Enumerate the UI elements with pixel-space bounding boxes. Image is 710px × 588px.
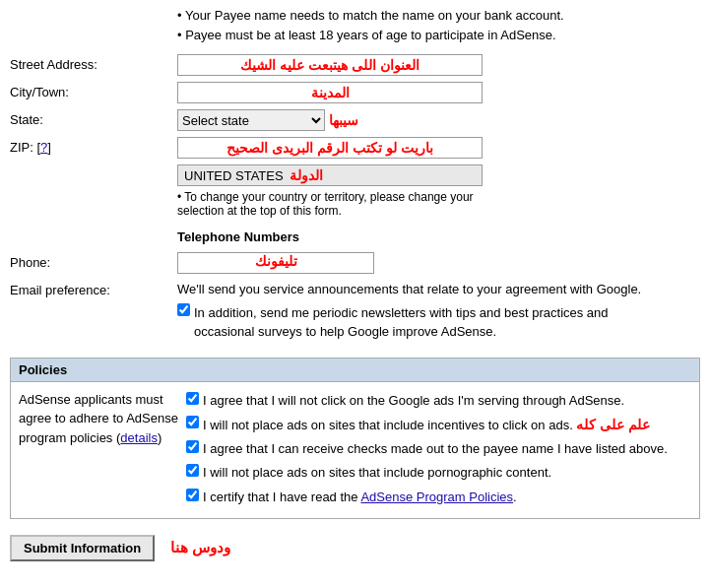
- country-row: UNITED STATES الدولة • To change your co…: [0, 164, 710, 218]
- policy-text-1: I will not place ads on sites that inclu…: [203, 414, 650, 437]
- country-note: • To change your country or territory, p…: [177, 190, 483, 218]
- submit-row: Submit Information ودوس هنا: [0, 525, 710, 571]
- street-address-input[interactable]: [177, 54, 483, 76]
- phone-control: تليفونك: [177, 252, 700, 274]
- policy-arabic-1: علم على كله: [576, 417, 650, 432]
- policy-checkbox-1[interactable]: [186, 416, 199, 428]
- phone-input[interactable]: [177, 252, 374, 274]
- phone-label: Phone:: [10, 252, 177, 270]
- policy-checkbox-4[interactable]: [186, 489, 199, 501]
- policy-checkbox-0[interactable]: [186, 392, 199, 405]
- policies-header: Policies: [11, 359, 699, 382]
- country-control: UNITED STATES الدولة • To change your co…: [177, 164, 700, 218]
- city-wrapper: المدينة: [177, 82, 700, 103]
- policy-text-0: I agree that I will not click on the Goo…: [203, 390, 624, 412]
- phone-wrapper: تليفونك: [177, 252, 700, 274]
- adsense-policies-link[interactable]: AdSense Program Policies: [360, 490, 513, 504]
- submit-arabic: ودوس هنا: [170, 539, 230, 556]
- zip-label: ZIP: [?]: [10, 137, 177, 155]
- email-pref-checkbox-label: In addition, send me periodic newsletter…: [194, 303, 660, 342]
- top-note-line2: • Payee must be at least 18 years of age…: [177, 28, 556, 42]
- zip-input[interactable]: [177, 137, 483, 159]
- state-control: Select state سيبها: [177, 109, 700, 131]
- top-note-line1: • Your Payee name needs to match the nam…: [177, 8, 564, 23]
- submit-button[interactable]: Submit Information: [10, 535, 155, 561]
- email-pref-row: Email preference: We'll send you service…: [0, 280, 710, 342]
- policies-body: AdSense applicants must agree to adhere …: [11, 382, 699, 518]
- phone-row: Phone: تليفونك: [0, 252, 710, 274]
- street-address-control: العنوان اللى هيتبعت عليه الشيك: [177, 54, 700, 76]
- policy-checkbox-2[interactable]: [186, 440, 199, 453]
- policy-item-0: I agree that I will not click on the Goo…: [186, 390, 691, 412]
- street-address-label: Street Address:: [10, 54, 177, 72]
- policies-section: Policies AdSense applicants must agree t…: [10, 358, 700, 519]
- telephone-numbers-title: Telephone Numbers: [177, 224, 700, 246]
- policy-item-3: I will not place ads on sites that inclu…: [186, 462, 691, 484]
- policy-item-4: I certify that I have read the AdSense P…: [186, 487, 691, 508]
- address-form: Street Address: العنوان اللى هيتبعت عليه…: [0, 50, 710, 352]
- zip-help-link[interactable]: ?: [40, 140, 47, 155]
- city-control: المدينة: [177, 82, 700, 103]
- email-pref-checkbox[interactable]: [177, 303, 190, 316]
- zip-wrapper: باريت لو تكتب الرقم البريدى الصحيح: [177, 137, 700, 159]
- policy-text-2: I agree that I can receive checks made o…: [203, 438, 668, 460]
- policy-text-4: I certify that I have read the AdSense P…: [203, 487, 517, 508]
- zip-row: ZIP: [?] باريت لو تكتب الرقم البريدى الص…: [0, 137, 710, 159]
- email-pref-checkbox-row: In addition, send me periodic newsletter…: [177, 303, 660, 342]
- state-arabic: سيبها: [329, 112, 358, 128]
- country-box: UNITED STATES الدولة: [177, 164, 483, 186]
- top-notes: • Your Payee name needs to match the nam…: [0, 0, 710, 50]
- zip-control: باريت لو تكتب الرقم البريدى الصحيح: [177, 137, 700, 159]
- city-label: City/Town:: [10, 82, 177, 99]
- policies-details-link[interactable]: details: [120, 430, 158, 445]
- email-pref-text: We'll send you service announcements tha…: [177, 280, 660, 299]
- policy-item-1: I will not place ads on sites that inclu…: [186, 414, 691, 437]
- telephone-section-row: Telephone Numbers: [0, 224, 710, 246]
- street-address-row: Street Address: العنوان اللى هيتبعت عليه…: [0, 54, 710, 76]
- policy-text-3: I will not place ads on sites that inclu…: [203, 462, 551, 484]
- state-select-row: Select state سيبها: [177, 109, 700, 131]
- policy-item-2: I agree that I can receive checks made o…: [186, 438, 691, 460]
- email-pref-control: We'll send you service announcements tha…: [177, 280, 660, 342]
- country-label: [10, 164, 177, 167]
- country-arabic: الدولة: [290, 167, 323, 183]
- state-row: State: Select state سيبها: [0, 109, 710, 131]
- state-label: State:: [10, 109, 177, 127]
- state-select[interactable]: Select state: [177, 109, 325, 131]
- email-pref-label: Email preference:: [10, 280, 177, 297]
- city-input[interactable]: [177, 82, 483, 103]
- country-value: UNITED STATES: [184, 168, 284, 183]
- policies-left-text: AdSense applicants must agree to adhere …: [19, 390, 186, 510]
- street-address-wrapper: العنوان اللى هيتبعت عليه الشيك: [177, 54, 700, 76]
- policies-right: I agree that I will not click on the Goo…: [186, 390, 691, 510]
- policy-checkbox-3[interactable]: [186, 464, 199, 477]
- city-row: City/Town: المدينة: [0, 82, 710, 103]
